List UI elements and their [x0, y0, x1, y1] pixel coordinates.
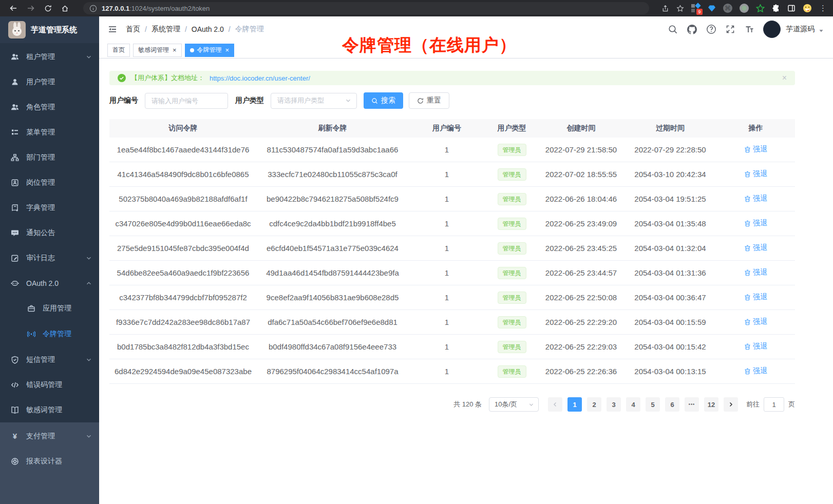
github-icon[interactable] — [687, 24, 697, 35]
user-type-select-placeholder: 请选择用户类型 — [277, 96, 324, 105]
profile-avatar-icon[interactable] — [803, 4, 812, 13]
tab-sensitive-word[interactable]: 敏感词管理× — [133, 44, 182, 57]
page-button-5[interactable]: 5 — [646, 397, 660, 412]
font-size-icon[interactable] — [744, 24, 754, 34]
browser-menu-icon[interactable]: ⋮ — [819, 4, 827, 13]
table-row: 41c41346a548490f9dc8b01c6bfe0865333ecfc7… — [109, 162, 795, 187]
page-button-3[interactable]: 3 — [607, 397, 621, 412]
sidebar-item-label: 敏感词管理 — [26, 405, 62, 415]
goto-suffix: 页 — [788, 400, 795, 409]
sidebar-item-dept-management[interactable]: 部门管理 — [0, 145, 99, 170]
goto-page-input[interactable] — [764, 397, 784, 412]
user-name[interactable]: 芋道源码 — [786, 25, 815, 34]
side-panel-icon[interactable] — [787, 4, 796, 12]
sidebar-collapse-icon[interactable] — [107, 24, 118, 34]
sidebar-item-menu-management[interactable]: 菜单管理 — [0, 120, 99, 145]
page-button-2[interactable]: 2 — [587, 397, 601, 412]
page-size-select[interactable]: 10条/页 — [489, 397, 539, 412]
tab-close-icon[interactable]: × — [173, 46, 177, 54]
site-info-icon[interactable] — [89, 5, 97, 12]
sidebar-item-error-code-management[interactable]: 错误码管理 — [0, 372, 99, 397]
sidebar-item-report-designer[interactable]: 报表设计器 — [0, 449, 99, 474]
page-button-6[interactable]: 6 — [665, 397, 679, 412]
page-button-12[interactable]: 12 — [704, 397, 718, 412]
caret-down-icon[interactable] — [819, 25, 824, 33]
sidebar-item-app-management[interactable]: 应用管理 — [0, 296, 99, 321]
breadcrumb-item[interactable]: 系统管理 — [152, 25, 180, 34]
code-icon — [10, 380, 20, 390]
tab-home[interactable]: 首页 — [107, 44, 130, 57]
fullscreen-icon[interactable] — [725, 24, 735, 34]
browser-reload-icon[interactable] — [44, 5, 52, 12]
sidebar-item-sms-management[interactable]: 短信管理 — [0, 347, 99, 372]
page-button-4[interactable]: 4 — [626, 397, 640, 412]
force-logout-button[interactable]: 强退 — [744, 366, 767, 376]
alert-close-icon[interactable]: × — [782, 74, 787, 82]
force-logout-button[interactable]: 强退 — [744, 342, 767, 351]
address-bar[interactable]: 127.0.0.1:1024/system/oauth2/token — [83, 2, 649, 14]
page-more-button[interactable]: ••• — [685, 397, 699, 412]
share-icon[interactable] — [661, 5, 669, 12]
extension-gem-icon[interactable] — [708, 4, 716, 12]
force-logout-button[interactable]: 强退 — [744, 243, 767, 253]
tab-close-icon[interactable]: × — [225, 46, 230, 54]
bookmark-star-icon[interactable] — [676, 5, 684, 12]
help-icon[interactable] — [706, 24, 716, 34]
force-logout-button[interactable]: 强退 — [744, 145, 767, 154]
sidebar-item-notice-announcement[interactable]: 通知公告 — [0, 220, 99, 245]
sidebar-item-user-management[interactable]: 用户管理 — [0, 69, 99, 94]
expire-time-cell: 2054-03-04 01:31:36 — [624, 268, 716, 277]
pay-icon: ¥ — [10, 432, 20, 441]
access-token-cell: 502375b8040a469a9b82188afdf6af1f — [109, 195, 257, 203]
app-logo-row[interactable]: 芋道管理系统 — [0, 16, 99, 43]
table-body: 1ea5e44f8bc1467aaede43144f31de76811c5304… — [109, 138, 795, 384]
pager-pages: 123456•••12 — [567, 397, 718, 412]
force-logout-label: 强退 — [753, 169, 767, 179]
user-avatar[interactable] — [763, 21, 781, 38]
sidebar-item-payment-management[interactable]: ¥支付管理 — [0, 423, 99, 449]
sidebar-item-label: 支付管理 — [26, 432, 55, 441]
prev-page-button[interactable] — [548, 397, 562, 412]
user-type-badge: 管理员 — [498, 341, 526, 353]
force-logout-button[interactable]: 强退 — [744, 293, 767, 302]
search-button[interactable]: 搜索 — [364, 92, 403, 109]
force-logout-button[interactable]: 强退 — [744, 317, 767, 326]
column-header: 用户类型 — [485, 124, 538, 133]
token-table: 访问令牌刷新令牌用户编号用户类型创建时间过期时间操作 1ea5e44f8bc14… — [109, 119, 795, 384]
user-type-badge: 管理员 — [498, 168, 526, 181]
extension-blocks-icon[interactable]: 9 — [691, 4, 701, 13]
sidebar-item-role-management[interactable]: 角色管理 — [0, 94, 99, 120]
force-logout-label: 强退 — [753, 243, 767, 253]
sidebar-item-oauth2[interactable]: OAuth 2.0 — [0, 270, 99, 296]
extension-command-icon[interactable]: ⌘ — [723, 4, 732, 13]
extensions-puzzle-icon[interactable] — [772, 4, 780, 12]
extension-star-icon[interactable] — [756, 4, 765, 13]
force-logout-button[interactable]: 强退 — [744, 169, 767, 179]
report-icon — [10, 457, 20, 466]
sidebar-item-token-management[interactable]: 令牌管理 — [0, 321, 99, 347]
force-logout-button[interactable]: 强退 — [744, 268, 767, 277]
next-page-button[interactable] — [724, 397, 738, 412]
user-id-input[interactable] — [145, 93, 228, 109]
force-logout-button[interactable]: 强退 — [744, 219, 767, 228]
extension-ring-icon[interactable] — [740, 4, 749, 13]
browser-back-icon[interactable] — [9, 4, 17, 12]
reset-button[interactable]: 重置 — [409, 92, 449, 109]
force-logout-button[interactable]: 强退 — [744, 194, 767, 203]
breadcrumb-item[interactable]: OAuth 2.0 — [192, 25, 224, 33]
sidebar-item-sensitive-word-management[interactable]: 敏感词管理 — [0, 397, 99, 422]
page-button-1[interactable]: 1 — [567, 397, 582, 412]
breadcrumb-item[interactable]: 首页 — [126, 25, 140, 34]
browser-forward-icon[interactable] — [27, 4, 35, 12]
search-icon[interactable] — [668, 24, 678, 34]
user-type-select[interactable]: 请选择用户类型 — [271, 93, 357, 109]
sidebar-item-dict-management[interactable]: 字典管理 — [0, 195, 99, 220]
table-row: c347026e805e4d99b0d116eae66eda8ccdfc4ce9… — [109, 211, 795, 236]
sidebar-item-audit-log[interactable]: 审计日志 — [0, 245, 99, 270]
tab-token[interactable]: 令牌管理× — [185, 44, 235, 57]
sidebar-item-tenant-management[interactable]: 租户管理 — [0, 44, 99, 69]
browser-home-icon[interactable] — [61, 5, 69, 12]
sidebar-item-post-management[interactable]: 岗位管理 — [0, 170, 99, 195]
force-logout-label: 强退 — [753, 342, 767, 351]
doc-link[interactable]: https://doc.iocoder.cn/user-center/ — [210, 74, 310, 82]
